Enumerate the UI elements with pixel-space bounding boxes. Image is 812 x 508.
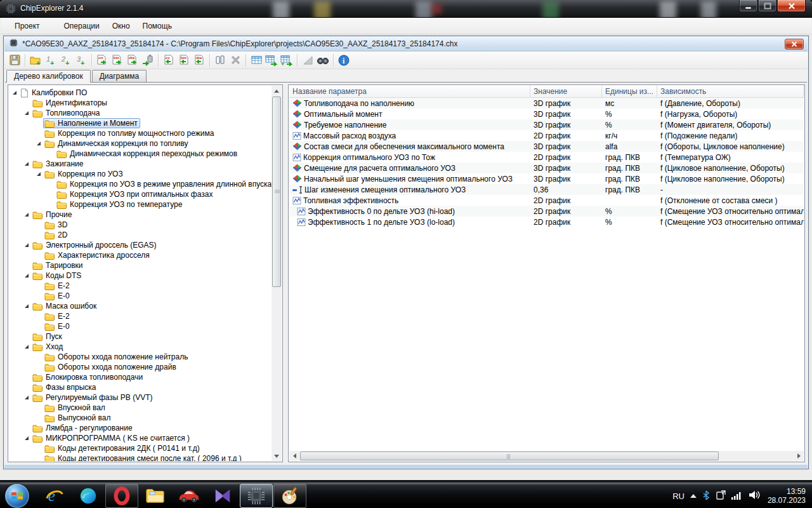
tree-item[interactable]: Коррекция по УОЗ в режиме управления дли…	[9, 179, 272, 189]
expand-arrow-icon[interactable]	[37, 142, 41, 145]
import-bin-button[interactable]: bin	[176, 53, 192, 68]
table-row[interactable]: Коррекция оптимального УОЗ по Тож2D граф…	[289, 152, 804, 163]
taskbar-app-opera[interactable]	[105, 484, 138, 508]
column-header-3[interactable]: Единицы из...	[602, 86, 657, 98]
table-row[interactable]: Состав смеси для обеспечения максимально…	[289, 141, 804, 152]
taskbar-app-chipexplorer[interactable]	[240, 484, 273, 508]
add-slot-3-button[interactable]: 3+	[74, 53, 89, 68]
restore-button[interactable]	[758, 0, 776, 12]
tree-item[interactable]: Динамическая коррекция по топливу	[9, 138, 272, 149]
tree-item[interactable]: Регулируемый фазы РВ (VVT)	[9, 392, 272, 403]
clock[interactable]: 13:59 28.07.2023	[768, 487, 806, 505]
table-row[interactable]: Оптимальный момент3D график%f (Нагрузка,…	[289, 109, 804, 119]
tree-item[interactable]: 2D	[9, 230, 272, 240]
tree-item[interactable]: Коррекция УОЗ при оптимальных фазах	[9, 189, 272, 199]
table-row[interactable]: Топливоподача по наполнению3D графикмсf …	[289, 98, 804, 109]
tree-item[interactable]: Калибровки ПО	[9, 88, 272, 98]
start-button[interactable]	[5, 484, 29, 508]
table-row[interactable]: Топливная эффективность2D графикf (Откло…	[289, 195, 804, 206]
tree-item[interactable]: Пуск	[9, 331, 272, 342]
expand-arrow-icon[interactable]	[25, 213, 29, 217]
menu-item-4[interactable]: Помощь	[136, 18, 178, 34]
tree-vertical-scrollbar[interactable]	[272, 86, 282, 461]
export-flash-button[interactable]	[140, 53, 155, 68]
tree-item[interactable]: Наполнение и Момент	[9, 118, 272, 128]
taskbar-app-internet-explorer[interactable]: e	[38, 484, 71, 508]
expand-arrow-icon[interactable]	[25, 274, 29, 277]
scroll-thumb[interactable]	[272, 97, 281, 287]
import-cs-button[interactable]: cs	[161, 53, 176, 68]
grid-horizontal-scrollbar[interactable]	[289, 451, 804, 461]
expand-arrow-icon[interactable]	[25, 396, 29, 399]
tree-item[interactable]: E-0	[9, 321, 272, 331]
bluetooth-icon[interactable]	[702, 490, 710, 502]
tree-item[interactable]: E-0	[9, 291, 272, 301]
scroll-right-button[interactable]	[794, 451, 804, 461]
table-row[interactable]: Начальный шаг уменьшения смещения оптима…	[289, 173, 804, 184]
tree-item[interactable]: Тарировки	[9, 260, 272, 271]
tree-item[interactable]: Блокировка топливоподачи	[9, 372, 272, 382]
tab-calibration-tree[interactable]: Дерево калибровок	[6, 70, 91, 83]
close-project-button[interactable]	[228, 53, 243, 68]
close-button[interactable]	[777, 0, 806, 12]
table-row[interactable]: Эффективность 1 по дельте УОЗ (lo-load)2…	[289, 217, 804, 227]
expand-arrow-icon[interactable]	[25, 243, 29, 247]
table-row[interactable]: Смещение для расчета оптимального УОЗ3D …	[289, 163, 804, 173]
tree-item[interactable]: Лямбда - регулирование	[9, 423, 272, 433]
import-dta-button[interactable]: dta	[192, 53, 207, 68]
save-button[interactable]	[7, 53, 22, 68]
tree-item[interactable]: Коды детектирования 2ДК ( P0141 и т.д)	[9, 443, 272, 453]
column-header-4[interactable]: Зависимость	[657, 86, 804, 98]
taskbar-app-car-diagnostics[interactable]	[173, 484, 206, 508]
tree-item[interactable]: Прочие	[9, 210, 272, 220]
project-close-button[interactable]	[785, 39, 804, 50]
language-indicator[interactable]: RU	[672, 491, 684, 501]
taskbar-app-windows-explorer[interactable]	[139, 484, 172, 508]
table-row[interactable]: Массовый расход воздуха2D графиккг/чf (П…	[289, 130, 804, 141]
tree-item[interactable]: E-2	[9, 311, 272, 321]
tree-item[interactable]: Хход	[9, 342, 272, 352]
expand-arrow-icon[interactable]	[25, 345, 29, 349]
tree-item[interactable]: Коррекция по УОЗ	[9, 169, 272, 179]
column-header-2[interactable]: Значение	[530, 86, 602, 98]
taskbar-app-paint[interactable]	[273, 484, 306, 508]
expand-arrow-icon[interactable]	[25, 436, 29, 440]
menu-item-1[interactable]: Проект	[8, 18, 46, 34]
menu-item-3[interactable]: Окно	[106, 18, 136, 34]
tree-item[interactable]: Впускной вал	[9, 403, 272, 413]
add-slot-1-button[interactable]: 1+	[43, 53, 58, 68]
expand-arrow-icon[interactable]	[25, 162, 29, 166]
table-row[interactable]: Требуемое наполнение3D график%f (Момент …	[289, 119, 804, 130]
graph-view-button[interactable]	[300, 53, 315, 68]
tree-item[interactable]: Идентификаторы	[9, 98, 272, 108]
tree-item[interactable]: E-2	[9, 281, 272, 291]
tree-item[interactable]: Маска ошибок	[9, 301, 272, 311]
tree-item[interactable]: Коды детектирования смеси после кат. ( 2…	[9, 453, 272, 461]
safely-remove-hardware-icon[interactable]	[716, 490, 726, 502]
network-signal-icon[interactable]	[731, 491, 743, 502]
tree-item[interactable]: Обороты ххода положение нейтраль	[9, 352, 272, 362]
export-dta-button[interactable]: dta	[125, 53, 140, 68]
table-row[interactable]: Эффективность 0 по дельте УОЗ (hi-load)2…	[289, 206, 804, 217]
table-row[interactable]: Шаг изменения смещения оптимального УОЗ0…	[289, 184, 804, 195]
expand-arrow-icon[interactable]	[25, 304, 29, 308]
scroll-thumb[interactable]	[300, 451, 719, 460]
hidden-icons-arrow-icon[interactable]	[690, 494, 697, 498]
tree-item[interactable]: Обороты ххода положение драйв	[9, 362, 272, 372]
search-button[interactable]	[315, 53, 331, 68]
add-slot-2-button[interactable]: 2+	[58, 53, 74, 68]
tree-item[interactable]: Коррекция по топливу мощностного режима	[9, 128, 272, 138]
tab-diagram[interactable]: Диаграмма	[92, 70, 147, 82]
tree-item[interactable]: Коррекция УОЗ по температуре	[9, 199, 272, 210]
export-ori-button[interactable]: ori	[95, 53, 110, 68]
taskbar-app-edge[interactable]	[72, 484, 105, 508]
table-import-button[interactable]: +	[279, 53, 294, 68]
volume-icon[interactable]	[749, 490, 760, 502]
expand-arrow-icon[interactable]	[13, 91, 16, 95]
column-header-1[interactable]: Название параметра	[289, 86, 530, 98]
tree-item[interactable]: Выпускной вал	[9, 413, 272, 423]
project-titlebar[interactable]: *CAO95E30_AAXZ_25184173_25184174 - C:\Pr…	[4, 37, 808, 51]
menu-item-2[interactable]: Операции	[58, 18, 106, 34]
export-bin-button[interactable]: bin	[110, 53, 125, 68]
tree-item[interactable]: Электронный дроссель (EGAS)	[9, 240, 272, 250]
